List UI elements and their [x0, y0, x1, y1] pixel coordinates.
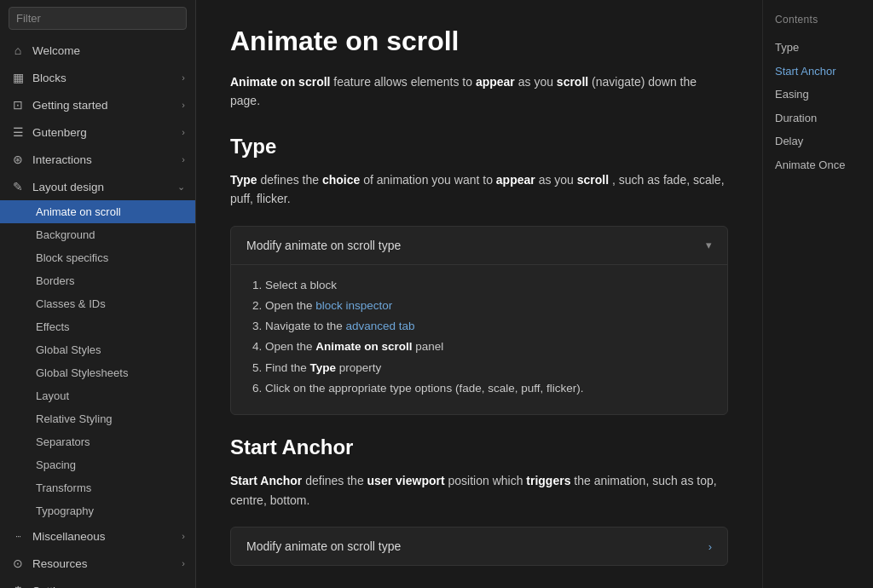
sidebar-item-interactions[interactable]: ⊛ Interactions › [0, 146, 195, 173]
sidebar-item-layout-design[interactable]: ✎ Layout design ⌄ [0, 173, 195, 200]
sidebar-item-settings[interactable]: ⚙ Settings › [0, 577, 195, 588]
type-strong-3: appear [496, 173, 535, 187]
chevron-right-icon: › [182, 531, 185, 541]
type-text-3: as you [539, 173, 577, 187]
section-start-anchor-desc: Start Anchor defines the user viewport p… [230, 471, 728, 510]
type-text-2: of animation you want to [363, 173, 496, 187]
sidebar-sub-transforms[interactable]: Transforms [0, 476, 195, 499]
toc-item-delay[interactable]: Delay [775, 130, 861, 153]
step-3: Navigate to the advanced tab [265, 316, 712, 337]
accordion-chevron-down-icon: ▾ [706, 239, 712, 251]
sub-item-label: Block specifics [36, 251, 108, 264]
block-inspector-link[interactable]: block inspector [315, 299, 392, 312]
intro-strong-2: appear [476, 75, 515, 89]
sidebar-item-getting-started-label: Getting started [32, 99, 108, 112]
type-strong: Type [230, 173, 257, 187]
type-accordion-body: Select a block Open the block inspector … [231, 264, 727, 415]
sidebar-sub-relative-styling[interactable]: Relative Styling [0, 407, 195, 430]
blocks-icon: ▦ [10, 70, 26, 85]
sidebar-sub-effects[interactable]: Effects [0, 315, 195, 338]
toc-title: Contents [775, 14, 861, 26]
toc-item-animate-once[interactable]: Animate Once [775, 153, 861, 177]
sidebar-sub-animate-on-scroll[interactable]: Animate on scroll [0, 200, 195, 223]
sidebar-item-gutenberg[interactable]: ☰ Gutenberg › [0, 118, 195, 146]
type-accordion: Modify animate on scroll type ▾ Select a… [230, 226, 728, 416]
intro-strong-3: scroll [557, 75, 588, 89]
start-anchor-strong-3: triggers [526, 474, 570, 487]
step-1: Select a block [265, 275, 712, 296]
sidebar-item-settings-label: Settings [32, 585, 74, 589]
chevron-right-icon: › [182, 154, 185, 164]
section-type-title: Type [230, 135, 728, 159]
toc-item-type[interactable]: Type [775, 36, 861, 60]
sidebar-sub-borders[interactable]: Borders [0, 269, 195, 292]
section-start-anchor-title: Start Anchor [230, 435, 728, 459]
chevron-right-icon: › [182, 558, 185, 568]
intro-text-1: feature allows elements to [333, 75, 476, 89]
sidebar-item-welcome[interactable]: ⌂ Welcome [0, 37, 195, 64]
toc-item-duration[interactable]: Duration [775, 107, 861, 130]
sub-item-label: Animate on scroll [36, 205, 121, 218]
sidebar-item-blocks[interactable]: ▦ Blocks › [0, 64, 195, 91]
sidebar-sub-spacing[interactable]: Spacing [0, 453, 195, 476]
sub-item-label: Global Stylesheets [36, 366, 128, 379]
sidebar-item-misc-label: Miscellaneous [32, 530, 106, 543]
toc-item-easing[interactable]: Easing [775, 83, 861, 107]
sidebar-sub-classes-ids[interactable]: Classes & IDs [0, 292, 195, 315]
step-4: Open the Animate on scroll panel [265, 337, 712, 357]
sidebar-sub-global-styles[interactable]: Global Styles [0, 338, 195, 361]
sub-item-label: Separators [36, 435, 90, 448]
type-strong-4: scroll [577, 173, 609, 187]
sidebar: ⌂ Welcome ▦ Blocks › ⊡ Getting started ›… [0, 0, 196, 588]
intro-paragraph: Animate on scroll feature allows element… [230, 72, 728, 111]
toc-item-start-anchor[interactable]: Start Anchor [775, 60, 861, 84]
start-anchor-text-2: position which [448, 474, 526, 487]
sub-item-label: Relative Styling [36, 412, 113, 425]
sidebar-item-blocks-label: Blocks [32, 72, 66, 84]
intro-strong-1: Animate on scroll [230, 75, 330, 89]
page-title: Animate on scroll [230, 26, 728, 57]
misc-icon: ··· [10, 528, 26, 544]
start-anchor-text-1: defines the [305, 474, 367, 487]
sub-item-label: Borders [36, 274, 75, 287]
sub-item-label: Background [36, 228, 95, 241]
sub-item-label: Transforms [36, 481, 91, 494]
accordion-chevron-right-icon: › [708, 540, 712, 553]
sidebar-item-interactions-label: Interactions [32, 153, 92, 166]
sidebar-sub-separators[interactable]: Separators [0, 430, 195, 453]
sidebar-item-getting-started[interactable]: ⊡ Getting started › [0, 91, 195, 118]
start-anchor-accordion-header[interactable]: Modify animate on scroll type › [231, 527, 727, 565]
type-accordion-label: Modify animate on scroll type [246, 239, 401, 252]
start-anchor-accordion-label: Modify animate on scroll type [246, 539, 401, 553]
sidebar-sub-global-stylesheets[interactable]: Global Stylesheets [0, 361, 195, 384]
toc-panel: Contents Type Start Anchor Easing Durati… [762, 0, 873, 588]
type-text-1: defines the [261, 173, 322, 187]
sidebar-sub-block-specifics[interactable]: Block specifics [0, 246, 195, 269]
step-5: Find the Type property [265, 358, 712, 378]
section-type-desc: Type defines the choice of animation you… [230, 170, 728, 209]
chevron-right-icon: › [182, 127, 185, 137]
sidebar-sub-background[interactable]: Background [0, 223, 195, 246]
sidebar-sub-typography[interactable]: Typography [0, 499, 195, 522]
interactions-icon: ⊛ [10, 152, 26, 167]
sidebar-item-resources[interactable]: ⊙ Resources › [0, 550, 195, 577]
start-anchor-strong-2: user viewport [367, 474, 445, 487]
main-content: Animate on scroll Animate on scroll feat… [196, 0, 762, 588]
sidebar-item-miscellaneous[interactable]: ··· Miscellaneous › [0, 522, 195, 550]
sidebar-sub-layout[interactable]: Layout [0, 384, 195, 407]
chevron-right-icon: › [182, 100, 185, 110]
sub-item-label: Spacing [36, 458, 76, 471]
start-anchor-accordion: Modify animate on scroll type › [230, 527, 728, 566]
sidebar-item-layout-design-label: Layout design [32, 181, 104, 193]
step-4-strong: Animate on scroll [315, 340, 412, 353]
settings-icon: ⚙ [10, 583, 26, 588]
sidebar-item-gutenberg-label: Gutenberg [32, 126, 87, 139]
filter-input[interactable] [9, 7, 187, 30]
gutenberg-icon: ☰ [10, 124, 26, 140]
type-accordion-header[interactable]: Modify animate on scroll type ▾ [231, 227, 727, 264]
step-6: Click on the appropriate type options (f… [265, 378, 712, 399]
sub-item-label: Layout [36, 389, 69, 402]
advanced-tab-link[interactable]: advanced tab [346, 320, 415, 332]
intro-text-2: as you [518, 75, 557, 89]
resources-icon: ⊙ [10, 556, 26, 571]
